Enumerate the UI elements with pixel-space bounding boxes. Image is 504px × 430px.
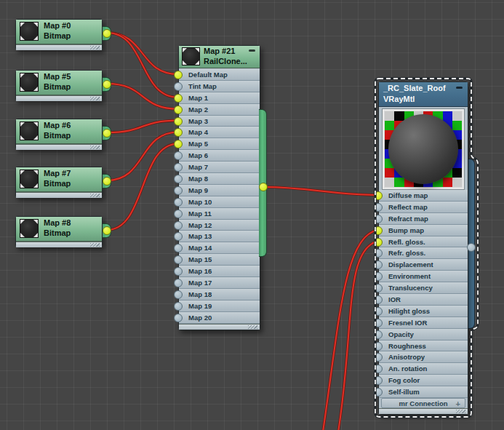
railclone-node-header[interactable]: Map #21RailClone... (179, 46, 260, 68)
output-socket[interactable] (103, 29, 111, 38)
collapse-minus-icon[interactable] (456, 87, 463, 89)
input-socket[interactable] (174, 232, 183, 241)
bitmap-node[interactable]: Map #0Bitmap (15, 19, 103, 50)
output-socket[interactable] (103, 80, 111, 89)
slot-row: Map 12 (179, 220, 260, 231)
thumbnail-corner-mark (33, 87, 38, 91)
input-socket[interactable] (174, 255, 183, 264)
mr-connection-bar[interactable]: mr Connection+ (381, 398, 465, 408)
bitmap-node-header[interactable]: Map #7Bitmap (16, 167, 102, 192)
railclone-node[interactable]: Map #21RailClone...Default MapTint MapMa… (178, 45, 260, 330)
checker-cell (385, 168, 394, 178)
bitmap-node-header[interactable]: Map #5Bitmap (16, 71, 102, 95)
input-socket[interactable] (174, 140, 183, 148)
thumbnail-corner-mark (33, 170, 38, 175)
wire[interactable] (107, 132, 178, 181)
input-socket[interactable] (174, 71, 183, 79)
input-socket[interactable] (374, 249, 383, 258)
input-socket[interactable] (374, 319, 383, 327)
input-socket[interactable] (174, 82, 183, 91)
input-socket[interactable] (174, 221, 183, 230)
slot-row: Tint Map (179, 81, 260, 92)
bitmap-node[interactable]: Map #5Bitmap (15, 70, 103, 101)
node-view-canvas[interactable]: Map #0BitmapMap #5BitmapMap #6BitmapMap … (0, 0, 504, 430)
output-socket[interactable] (467, 243, 476, 252)
input-socket[interactable] (374, 272, 383, 281)
input-socket[interactable] (174, 302, 183, 311)
slot-label: Opacity (388, 330, 414, 338)
input-socket[interactable] (374, 330, 383, 339)
input-socket[interactable] (174, 279, 183, 287)
expand-plus-icon[interactable]: + (456, 399, 460, 408)
input-socket[interactable] (374, 260, 383, 269)
resize-handle-icon[interactable] (90, 146, 100, 149)
slot-row: Default Map (179, 69, 260, 81)
bitmap-node-header[interactable]: Map #8Bitmap (16, 217, 102, 242)
input-socket[interactable] (374, 307, 383, 316)
resize-handle-icon[interactable] (90, 46, 100, 49)
wire[interactable] (337, 242, 378, 430)
wire[interactable] (107, 121, 178, 132)
resize-handle-icon[interactable] (248, 325, 257, 329)
thumbnail-corner-mark (20, 220, 25, 224)
input-socket[interactable] (374, 238, 383, 247)
wire[interactable] (107, 143, 178, 230)
input-socket[interactable] (374, 353, 383, 362)
vray-node-header[interactable]: _RC_Slate_RoofVRayMtl (379, 82, 468, 107)
output-socket[interactable] (259, 183, 268, 191)
bitmap-node-header[interactable]: Map #0Bitmap (16, 20, 102, 44)
input-socket[interactable] (174, 105, 183, 114)
slot-label: Map 12 (188, 221, 212, 229)
bitmap-node-header[interactable]: Map #6Bitmap (16, 119, 102, 144)
input-socket[interactable] (374, 203, 383, 212)
slot-label: Map 10 (188, 198, 212, 206)
input-socket[interactable] (374, 295, 383, 304)
slot-row: Map 13 (179, 231, 260, 242)
bitmap-node[interactable]: Map #7Bitmap (15, 167, 103, 198)
resize-handle-icon[interactable] (456, 410, 465, 413)
node-title: Map #6 (44, 121, 71, 130)
input-socket[interactable] (174, 151, 183, 160)
resize-handle-icon[interactable] (90, 243, 100, 247)
wire[interactable] (107, 33, 178, 74)
input-socket[interactable] (374, 388, 383, 397)
input-socket[interactable] (174, 186, 183, 195)
input-socket[interactable] (174, 128, 183, 137)
input-socket[interactable] (174, 117, 183, 126)
input-socket[interactable] (174, 244, 183, 252)
input-socket[interactable] (374, 365, 383, 373)
input-socket[interactable] (174, 163, 183, 172)
resize-handle-icon[interactable] (90, 194, 100, 197)
input-socket[interactable] (174, 267, 183, 276)
input-socket[interactable] (374, 215, 383, 223)
slot-row: Map 14 (179, 242, 260, 254)
input-socket[interactable] (374, 191, 383, 200)
resize-handle-icon[interactable] (90, 97, 100, 100)
bitmap-node[interactable]: Map #8Bitmap (15, 216, 103, 247)
input-socket[interactable] (174, 198, 183, 207)
slot-row: Diffuse map (379, 190, 468, 202)
slot-label: Map 19 (188, 302, 212, 310)
output-socket[interactable] (103, 177, 111, 186)
wire[interactable] (322, 230, 378, 430)
output-socket[interactable] (103, 129, 111, 138)
node-title: Map #8 (44, 218, 71, 227)
material-preview (382, 108, 465, 190)
wire[interactable] (107, 33, 178, 97)
output-socket[interactable] (103, 226, 111, 235)
bitmap-node[interactable]: Map #6Bitmap (15, 119, 103, 150)
input-socket[interactable] (374, 376, 383, 385)
input-socket[interactable] (174, 175, 183, 183)
collapse-minus-icon[interactable] (249, 49, 255, 52)
wire[interactable] (263, 187, 378, 195)
input-socket[interactable] (174, 290, 183, 299)
input-socket[interactable] (374, 284, 383, 292)
input-socket[interactable] (374, 342, 383, 351)
input-socket[interactable] (174, 94, 183, 103)
input-socket[interactable] (374, 226, 383, 235)
wire[interactable] (107, 84, 178, 109)
input-socket[interactable] (174, 210, 183, 218)
input-socket[interactable] (174, 314, 183, 322)
vray-node[interactable]: _RC_Slate_RoofVRayMtlDiffuse mapReflect … (378, 81, 468, 415)
slot-row: Map 1 (179, 92, 260, 104)
